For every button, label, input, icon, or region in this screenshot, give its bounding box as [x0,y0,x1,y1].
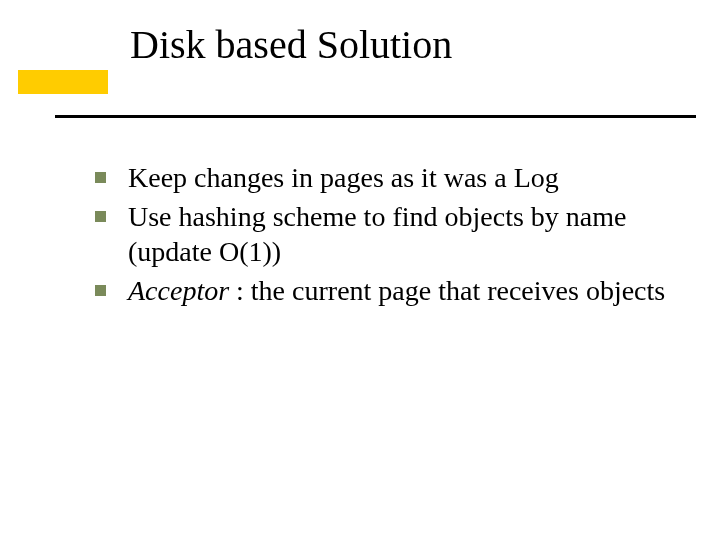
emphasis: Acceptor [128,275,229,306]
square-bullet-icon [95,285,106,296]
square-bullet-icon [95,172,106,183]
list-item: Use hashing scheme to find objects by na… [95,199,690,269]
square-bullet-icon [95,211,106,222]
list-item: Acceptor : the current page that receive… [95,273,690,308]
slide-title: Disk based Solution [130,22,680,68]
list-item-text: Acceptor : the current page that receive… [128,273,665,308]
list-item-text: Use hashing scheme to find objects by na… [128,199,690,269]
title-area: Disk based Solution [0,0,720,68]
slide-body: Keep changes in pages as it was a Log Us… [95,160,690,312]
list-item-text: Keep changes in pages as it was a Log [128,160,559,195]
list-item-rest: : the current page that receives objects [229,275,665,306]
title-underline [55,115,696,118]
list-item: Keep changes in pages as it was a Log [95,160,690,195]
accent-bar [18,70,108,94]
slide: Disk based Solution Keep changes in page… [0,0,720,540]
